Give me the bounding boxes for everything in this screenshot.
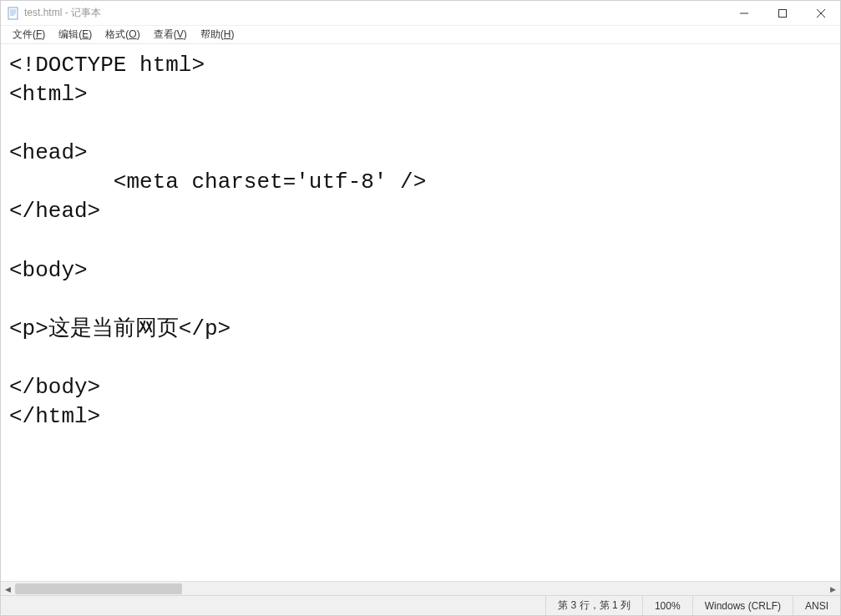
titlebar: test.html - 记事本	[1, 1, 840, 26]
menu-edit[interactable]: 编辑(E)	[52, 26, 99, 43]
menu-file[interactable]: 文件(F)	[6, 26, 52, 43]
notepad-icon	[8, 7, 19, 20]
menu-view[interactable]: 查看(V)	[147, 26, 194, 43]
statusbar: 第 3 行，第 1 列 100% Windows (CRLF) ANSI	[1, 595, 840, 615]
editor-area[interactable]: <!DOCTYPE html> <html> <head> <meta char…	[1, 44, 840, 581]
editor-content[interactable]: <!DOCTYPE html> <html> <head> <meta char…	[1, 44, 840, 581]
minimize-button[interactable]	[725, 1, 763, 25]
status-line-ending: Windows (CRLF)	[692, 596, 793, 615]
scroll-thumb[interactable]	[15, 583, 182, 594]
window-title: test.html - 记事本	[24, 6, 101, 20]
menubar: 文件(F) 编辑(E) 格式(O) 查看(V) 帮助(H)	[1, 26, 840, 44]
status-cursor-position: 第 3 行，第 1 列	[545, 596, 642, 615]
svg-rect-6	[779, 9, 787, 17]
menu-format[interactable]: 格式(O)	[99, 26, 146, 43]
window-controls	[725, 1, 840, 25]
status-zoom: 100%	[642, 596, 692, 615]
horizontal-scrollbar[interactable]: ◀ ▶	[1, 581, 840, 595]
scroll-left-icon[interactable]: ◀	[1, 582, 15, 596]
maximize-button[interactable]	[763, 1, 802, 25]
menu-help[interactable]: 帮助(H)	[194, 26, 241, 43]
scroll-right-icon[interactable]: ▶	[826, 582, 840, 596]
close-button[interactable]	[802, 1, 840, 25]
status-encoding: ANSI	[793, 596, 840, 615]
